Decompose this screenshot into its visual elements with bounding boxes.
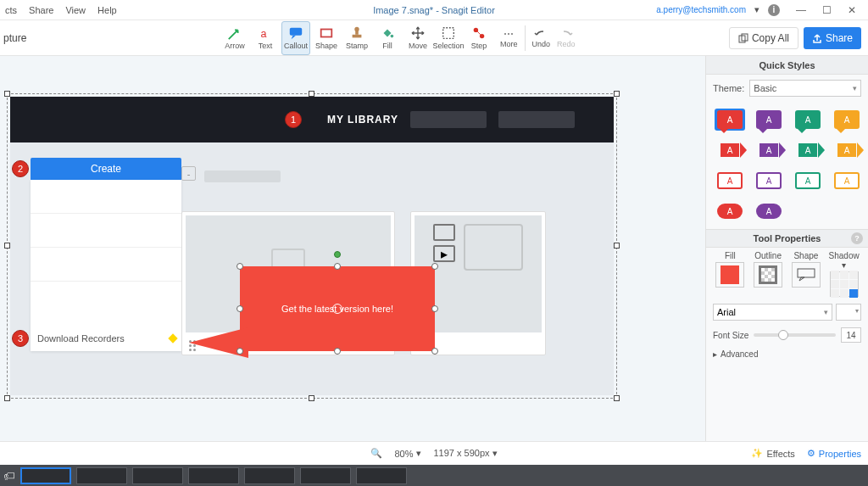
- style-outline-teal[interactable]: A: [793, 170, 823, 192]
- svg-text:a: a: [261, 28, 267, 40]
- step-marker-1[interactable]: 1: [285, 111, 302, 128]
- chevron-right-icon: ▸: [713, 349, 717, 359]
- thumbnail[interactable]: [300, 467, 351, 484]
- placeholder-text: [204, 170, 281, 182]
- video-icon: ▸: [433, 245, 455, 262]
- zoom-control[interactable]: 80% ▾: [394, 448, 421, 459]
- toolprops-heading: Tool Properties: [754, 233, 821, 243]
- properties-button[interactable]: ⚙ Properties: [807, 448, 861, 459]
- style-callout-teal[interactable]: A: [793, 109, 823, 131]
- thumbnail[interactable]: [132, 467, 183, 484]
- effects-button[interactable]: ✨ Effects: [751, 448, 794, 459]
- style-arrow-teal[interactable]: A: [793, 139, 823, 161]
- style-outline-red[interactable]: A: [715, 170, 745, 192]
- shape-preview-icon: [796, 267, 816, 282]
- redo-icon: [559, 28, 574, 40]
- maximize-button[interactable]: ☐: [814, 2, 839, 19]
- menu-help[interactable]: Help: [97, 5, 117, 15]
- svg-rect-12: [798, 269, 815, 277]
- style-outline-orange[interactable]: A: [832, 170, 862, 192]
- style-arrow-red[interactable]: A: [715, 139, 745, 161]
- fill-property[interactable]: Fill: [713, 251, 748, 297]
- thumbnail[interactable]: [76, 467, 127, 484]
- thumbnail[interactable]: [20, 467, 71, 484]
- menu-share[interactable]: Share: [29, 5, 53, 15]
- canvas-area[interactable]: 1 MY LIBRARY 2 Create: [0, 56, 705, 441]
- close-button[interactable]: ✕: [839, 2, 865, 19]
- style-pill-purple[interactable]: A: [754, 200, 784, 222]
- theme-select[interactable]: Basic: [749, 80, 861, 97]
- svg-point-5: [354, 27, 359, 31]
- undo-button[interactable]: Undo: [532, 28, 551, 48]
- tag-icon[interactable]: 🏷: [3, 469, 15, 483]
- font-select[interactable]: Arial▾: [713, 304, 832, 321]
- tool-callout[interactable]: Callout: [281, 21, 310, 55]
- font-color-swatch[interactable]: [836, 304, 861, 321]
- style-callout-orange[interactable]: A: [832, 109, 862, 131]
- capture-label[interactable]: pture: [0, 32, 26, 44]
- rotate-handle[interactable]: [334, 251, 341, 258]
- step-marker-3[interactable]: 3: [12, 330, 29, 347]
- shadow-grid[interactable]: [831, 271, 858, 298]
- fontsize-slider[interactable]: [754, 333, 836, 337]
- library-title: MY LIBRARY: [327, 114, 398, 126]
- collapse-icon[interactable]: -: [181, 166, 196, 181]
- window-title: Image 7.snag* - Snagit Editor: [373, 5, 495, 15]
- style-arrow-orange[interactable]: A: [832, 139, 862, 161]
- text-icon: a: [258, 25, 273, 41]
- arrow-icon: [227, 25, 242, 41]
- callout-object[interactable]: Get the latest version here!: [240, 266, 435, 351]
- shadow-property[interactable]: Shadow ▾: [826, 251, 861, 297]
- redo-button[interactable]: Redo: [557, 28, 576, 48]
- callout-tail-endpoint[interactable]: [168, 333, 177, 343]
- tool-text[interactable]: a Text: [251, 21, 280, 55]
- gear-icon: ⚙: [807, 448, 815, 459]
- minimize-button[interactable]: —: [788, 2, 814, 19]
- tool-move[interactable]: Move: [403, 21, 432, 55]
- style-callout-purple[interactable]: A: [754, 109, 784, 131]
- move-cursor-icon: [332, 304, 342, 314]
- dimensions-readout[interactable]: 1197 x 590px ▾: [433, 448, 497, 459]
- tool-step[interactable]: Step: [465, 21, 493, 55]
- thumbnail-tray[interactable]: 🏷: [0, 465, 868, 486]
- download-recorders-label[interactable]: Download Recorders: [37, 333, 125, 344]
- move-icon: [410, 25, 426, 41]
- tool-arrow[interactable]: Arrow: [220, 21, 249, 55]
- svg-point-6: [391, 35, 394, 38]
- style-pill-red[interactable]: A: [715, 200, 745, 222]
- share-button[interactable]: Share: [804, 27, 861, 49]
- fontsize-value[interactable]: 14: [841, 327, 861, 343]
- info-icon[interactable]: i: [768, 4, 780, 16]
- create-button[interactable]: Create: [31, 158, 181, 180]
- share-icon: [812, 33, 822, 43]
- tool-stamp[interactable]: Stamp: [342, 21, 371, 55]
- thumbnail[interactable]: [188, 467, 239, 484]
- menu-objects[interactable]: cts: [5, 5, 17, 15]
- tool-shape[interactable]: Shape: [312, 21, 341, 55]
- user-email[interactable]: a.perry@techsmith.com: [656, 5, 746, 14]
- step-marker-2[interactable]: 2: [12, 160, 29, 177]
- svg-rect-1: [290, 28, 302, 36]
- quickstyles-heading: Quick Styles: [706, 56, 868, 75]
- tool-selection[interactable]: Selection: [434, 21, 463, 55]
- style-outline-purple[interactable]: A: [754, 170, 784, 192]
- copyall-button[interactable]: Copy All: [729, 27, 798, 49]
- outline-swatch[interactable]: [759, 265, 777, 284]
- fill-swatch[interactable]: [721, 265, 739, 284]
- tool-more[interactable]: ⋯ More: [500, 28, 518, 48]
- shape-property[interactable]: Shape: [789, 251, 824, 297]
- advanced-toggle[interactable]: ▸ Advanced: [706, 346, 868, 362]
- callout-icon: [288, 25, 303, 41]
- outline-property[interactable]: Outline: [751, 251, 786, 297]
- style-callout-red[interactable]: A: [715, 109, 745, 131]
- search-icon[interactable]: 🔍: [370, 448, 382, 459]
- shape-icon: [319, 25, 334, 41]
- menu-view[interactable]: View: [65, 5, 86, 15]
- help-icon[interactable]: ?: [851, 232, 863, 244]
- thumbnail[interactable]: [244, 467, 295, 484]
- style-arrow-purple[interactable]: A: [754, 139, 784, 161]
- copy-icon: [738, 33, 748, 43]
- tool-fill[interactable]: Fill: [373, 21, 402, 55]
- thumbnail[interactable]: [356, 467, 407, 484]
- step-icon: [471, 25, 487, 41]
